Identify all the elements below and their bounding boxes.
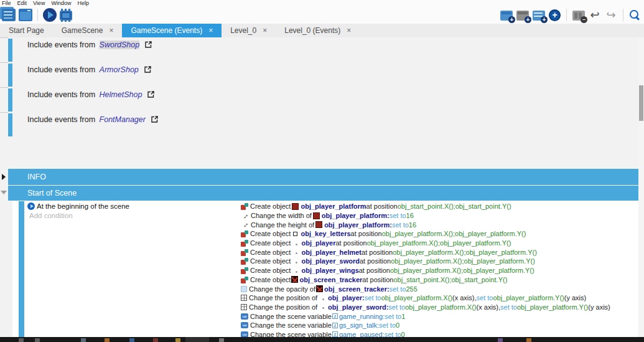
link-event-row[interactable]: Include events from SwordShop bbox=[0, 39, 638, 64]
external-link-icon[interactable] bbox=[151, 115, 159, 123]
condition-row[interactable]: At the beginning of the scene bbox=[27, 202, 129, 210]
action-text: Create object bbox=[250, 257, 291, 265]
tab-gamescene[interactable]: GameScene× bbox=[53, 24, 123, 37]
play-icon[interactable] bbox=[43, 8, 57, 22]
tree-connector bbox=[0, 62, 8, 63]
tab-level-0[interactable]: Level_0× bbox=[222, 24, 276, 37]
vertical-scrollbar[interactable] bbox=[638, 37, 644, 337]
external-link-icon[interactable] bbox=[147, 90, 155, 98]
action-text: at position bbox=[335, 239, 366, 247]
taskbar-icon[interactable] bbox=[526, 338, 531, 342]
link-event-row[interactable]: Include events from HelmetShop bbox=[0, 88, 638, 113]
add-circle-icon[interactable] bbox=[549, 9, 561, 21]
action-value: obj_player_platform.X() bbox=[405, 303, 476, 311]
link-event-text: Include events from SwordShop bbox=[27, 40, 152, 50]
action-row[interactable]: Create object obj_player_helmet at posit… bbox=[241, 247, 610, 257]
set-to-label: set to bbox=[477, 294, 493, 302]
dot-object-thumbnail-icon bbox=[322, 298, 324, 300]
action-row[interactable]: Change the width of obj_player_platform:… bbox=[241, 211, 610, 221]
action-value: 255 bbox=[406, 285, 418, 293]
link-event-row[interactable]: Include events from ArmorShop bbox=[0, 64, 638, 88]
action-row[interactable]: Change the scene variable gs_sign_talk: … bbox=[241, 321, 610, 330]
action-row[interactable]: Create object obj_player_platform at pos… bbox=[241, 202, 610, 211]
menu-item-file[interactable]: File bbox=[2, 0, 11, 6]
scene-editor-icon[interactable] bbox=[19, 9, 32, 21]
taskbar-icon[interactable] bbox=[498, 338, 503, 342]
menu-item-view[interactable]: View bbox=[33, 0, 45, 6]
linked-scene-fontmanager[interactable]: FontManager bbox=[100, 115, 146, 124]
debugger-icon[interactable] bbox=[60, 11, 72, 21]
add-comment-icon[interactable] bbox=[533, 11, 545, 21]
taskbar-icon[interactable] bbox=[81, 338, 86, 342]
action-row[interactable]: Change the position of obj_player_sword:… bbox=[241, 303, 610, 312]
taskbar-icon[interactable] bbox=[153, 338, 158, 342]
project-manager-icon[interactable] bbox=[2, 9, 16, 21]
menu-item-help[interactable]: Help bbox=[77, 0, 89, 6]
linked-scene-helmetshop[interactable]: HelmetShop bbox=[100, 90, 142, 99]
delete-event-icon[interactable] bbox=[572, 11, 585, 21]
tab-close-icon[interactable]: × bbox=[263, 26, 267, 35]
taskbar-active-app[interactable] bbox=[185, 337, 209, 342]
action-row[interactable]: Create object obj_player_wings at positi… bbox=[241, 266, 610, 275]
collapse-expand-icon[interactable] bbox=[2, 174, 6, 180]
object-name: obj_key_letters bbox=[301, 230, 350, 237]
object-name: obj_player_platform bbox=[301, 202, 366, 210]
action-value: 16 bbox=[406, 212, 414, 219]
undo-icon[interactable] bbox=[589, 9, 601, 21]
toolbar-left-group bbox=[0, 8, 72, 22]
tab-level-0-events-[interactable]: Level_0 (Events)× bbox=[276, 24, 360, 37]
external-link-icon[interactable] bbox=[144, 40, 152, 49]
tab-close-icon[interactable]: × bbox=[347, 26, 351, 35]
scrollbar-thumb[interactable] bbox=[639, 85, 643, 121]
action-row[interactable]: Change the opacity of obj_screen_tracker… bbox=[241, 284, 610, 293]
action-value: obj_start_point.X();obj_start_point.Y() bbox=[394, 276, 508, 283]
taskbar-icon[interactable] bbox=[35, 338, 40, 342]
taskbar-icon[interactable] bbox=[219, 338, 224, 342]
object-name: obj_player_helmet bbox=[301, 249, 362, 256]
add-subevent-icon[interactable] bbox=[516, 11, 529, 21]
taskbar-icon[interactable] bbox=[129, 338, 134, 342]
action-row[interactable]: Change the position of obj_player: set t… bbox=[241, 293, 610, 303]
taskbar-icon[interactable] bbox=[105, 338, 110, 342]
external-link-icon[interactable] bbox=[144, 65, 152, 74]
events-sheet: Include events from SwordShopInclude eve… bbox=[0, 37, 638, 337]
action-row[interactable]: Create object obj_player_sword at positi… bbox=[241, 257, 610, 266]
standard-event[interactable]: At the beginning of the scene Add condit… bbox=[12, 201, 638, 342]
dot-object-thumbnail-icon bbox=[296, 271, 297, 273]
action-text: (y axis) bbox=[588, 303, 610, 311]
action-row[interactable]: Create object obj_key_letters at positio… bbox=[241, 229, 610, 239]
create-object-icon bbox=[241, 257, 248, 265]
action-text: at position bbox=[360, 257, 391, 265]
tab-start-page[interactable]: Start Page bbox=[0, 24, 53, 37]
tab-gamescene-events-[interactable]: GameScene (Events)× bbox=[122, 24, 222, 37]
search-icon[interactable] bbox=[629, 9, 640, 21]
group-header-start-of-scene[interactable]: Start of Scene bbox=[8, 186, 638, 201]
action-row[interactable]: Create object obj_screen_tracker at posi… bbox=[241, 275, 610, 285]
collapse-expand-icon[interactable] bbox=[1, 191, 7, 194]
scene-variable-icon bbox=[241, 313, 248, 320]
linked-scene-armorshop[interactable]: ArmorShop bbox=[100, 65, 139, 74]
position-icon bbox=[241, 295, 247, 301]
tab-close-icon[interactable]: × bbox=[109, 26, 113, 35]
action-text: Create object bbox=[250, 230, 291, 237]
link-event-text: Include events from HelmetShop bbox=[27, 90, 155, 100]
toolbar-separator bbox=[623, 9, 623, 21]
action-row[interactable]: Change the height of obj_player_platform… bbox=[241, 220, 610, 229]
group-header-info[interactable]: INFO bbox=[8, 169, 638, 185]
action-row[interactable]: Create object obj_player at position obj… bbox=[241, 239, 610, 248]
action-value: obj_player_platform.X();obj_player_platf… bbox=[367, 239, 511, 247]
link-event-row[interactable]: Include events from FontManager bbox=[0, 113, 638, 138]
tab-close-icon[interactable]: × bbox=[208, 26, 213, 35]
menu-item-window[interactable]: Window bbox=[51, 0, 71, 6]
taskbar-icon[interactable] bbox=[175, 338, 180, 342]
toolbar-separator bbox=[566, 9, 567, 21]
scene-variable-icon bbox=[241, 322, 248, 328]
action-row[interactable]: Change the scene variable game_running: … bbox=[241, 311, 610, 321]
set-to-label: set to bbox=[390, 285, 406, 293]
linked-scene-swordshop[interactable]: SwordShop bbox=[100, 40, 140, 49]
redo-icon[interactable] bbox=[605, 9, 617, 21]
menu-item-edit[interactable]: Edit bbox=[17, 0, 27, 6]
taskbar-icon[interactable] bbox=[19, 338, 24, 342]
add-event-icon[interactable] bbox=[500, 11, 513, 21]
add-condition-button[interactable]: Add condition bbox=[29, 212, 73, 219]
